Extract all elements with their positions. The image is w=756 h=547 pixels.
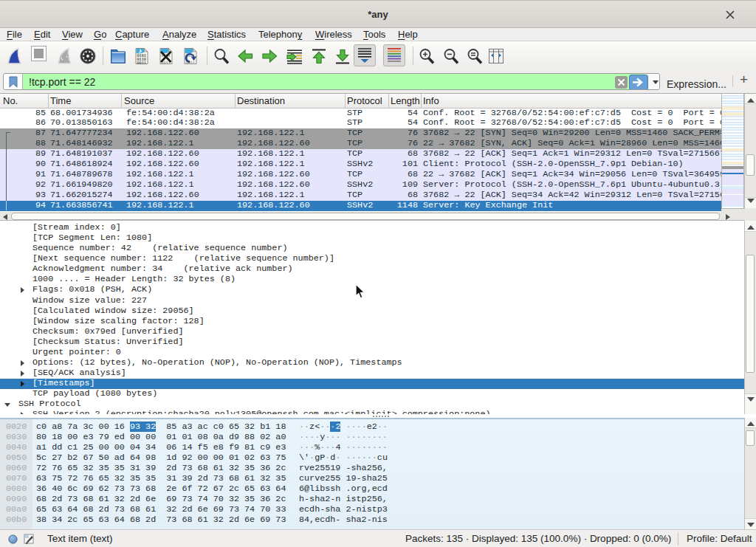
svg-text:0011: 0011 [162, 61, 171, 65]
svg-text:0011: 0011 [137, 61, 146, 65]
